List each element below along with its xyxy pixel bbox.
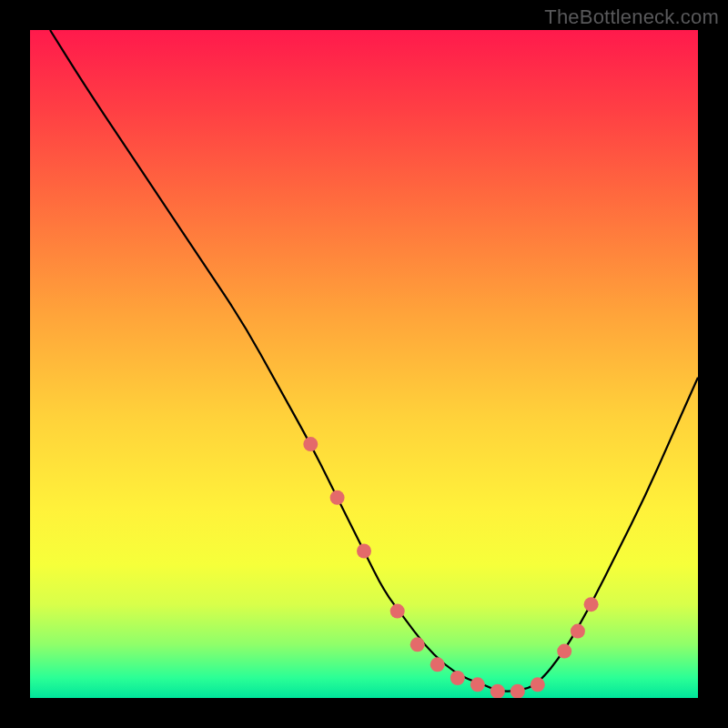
data-point xyxy=(450,671,465,685)
chart-stage: TheBottleneck.com xyxy=(0,0,728,728)
data-point xyxy=(303,437,318,451)
plot-area xyxy=(30,30,698,698)
data-point xyxy=(470,677,485,692)
data-point xyxy=(490,684,505,698)
highlighted-points xyxy=(303,437,598,698)
data-point xyxy=(584,597,599,612)
data-point xyxy=(571,624,585,639)
data-point xyxy=(531,677,545,692)
curve-layer xyxy=(30,30,698,698)
data-point xyxy=(410,637,425,652)
data-point xyxy=(330,490,345,505)
data-point xyxy=(430,657,445,672)
data-point xyxy=(390,604,405,619)
data-point xyxy=(511,684,525,698)
data-point xyxy=(557,644,571,659)
bottleneck-curve xyxy=(50,30,698,692)
watermark-text: TheBottleneck.com xyxy=(544,5,719,29)
data-point xyxy=(357,544,371,559)
